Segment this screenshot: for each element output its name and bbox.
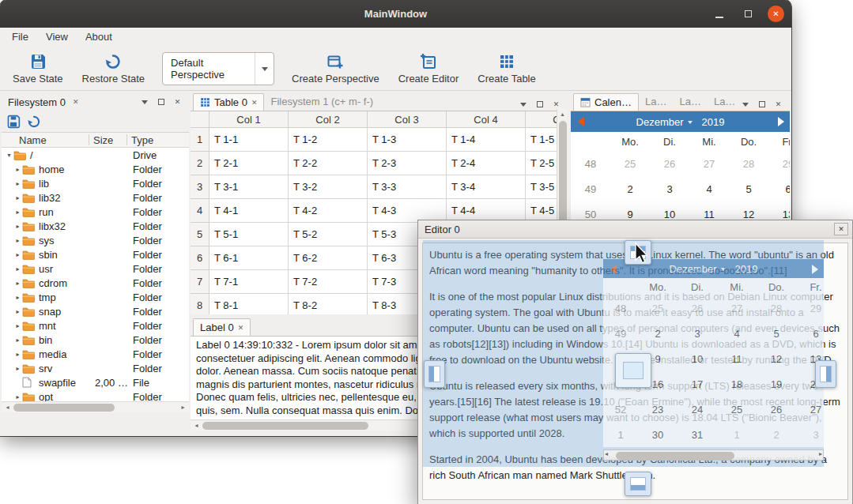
tree-row[interactable]: ▸cdromFolder — [2, 276, 189, 290]
scrollbar-thumb[interactable] — [13, 404, 115, 412]
window-close-button[interactable]: ✕ — [768, 6, 784, 22]
tree-row[interactable]: ▸mntFolder — [2, 318, 189, 333]
expander-icon[interactable]: ▸ — [13, 166, 22, 173]
menu-about[interactable]: About — [77, 28, 121, 47]
calendar-day[interactable]: 11 — [717, 346, 757, 371]
calendar-day[interactable]: 2 — [638, 321, 677, 346]
tree-row[interactable]: ▸homeFolder — [2, 162, 189, 176]
dock-close-button[interactable]: ✕ — [772, 97, 785, 111]
scrollbar-thumb[interactable] — [202, 422, 368, 430]
calendar-day[interactable]: 28 — [729, 151, 768, 176]
close-icon[interactable]: ✕ — [238, 324, 244, 332]
column-header[interactable]: Col 3 — [368, 111, 447, 128]
table-cell[interactable]: T 1-1 — [209, 128, 289, 152]
row-header[interactable]: 5 — [191, 223, 209, 246]
calendar-day[interactable]: 24 — [677, 397, 717, 422]
expander-icon[interactable]: ▸ — [13, 265, 22, 273]
table-cell[interactable]: T 8-1 — [209, 294, 289, 314]
row-header[interactable]: 3 — [191, 175, 209, 199]
calendar-day[interactable]: 3 — [650, 176, 689, 201]
calendar-day[interactable]: 27 — [689, 151, 729, 176]
calendar-day[interactable]: 5 — [757, 321, 796, 346]
calendar-day[interactable]: 29 — [796, 295, 824, 321]
calendar-day[interactable]: 10 — [677, 346, 717, 371]
calendar-year[interactable]: 2019 — [702, 116, 725, 128]
dock-indicator-left[interactable] — [424, 360, 445, 388]
column-header[interactable]: Col 1 — [209, 111, 289, 128]
column-header-type[interactable]: Type — [131, 134, 153, 146]
tree-row[interactable]: ▸mediaFolder — [2, 347, 189, 361]
tree-row[interactable]: swapfile2,00 …File — [2, 375, 189, 389]
expander-icon[interactable]: ▸ — [13, 337, 22, 344]
expander-icon[interactable]: ▸ — [13, 237, 22, 244]
table-cell[interactable]: T 2-2 — [289, 152, 368, 175]
scrollbar-thumb[interactable] — [559, 121, 567, 224]
calendar-day[interactable]: 27 — [796, 397, 824, 422]
calendar-month[interactable]: Dezember — [636, 116, 684, 128]
calendar-day[interactable]: 2 — [757, 422, 796, 447]
table-cell[interactable]: T 4-2 — [289, 199, 368, 223]
calendar-day[interactable]: 3 — [677, 321, 717, 346]
calendar-day[interactable]: 3 — [796, 422, 824, 447]
tree-header[interactable]: Name Size Type — [2, 132, 189, 148]
filesystem-tree[interactable]: ▾/Drive▸homeFolder▸libFolder▸lib32Folder… — [2, 148, 189, 401]
save-state-button[interactable]: Save State — [3, 48, 73, 89]
dock-indicator-center[interactable] — [615, 353, 651, 388]
calendar-day[interactable]: 18 — [717, 371, 757, 397]
tab-label-dock[interactable]: La… — [673, 92, 707, 111]
table-cell[interactable]: T 4-1 — [209, 199, 289, 223]
create-editor-button[interactable]: Create Editor — [389, 48, 469, 89]
table-cell[interactable]: T 2-3 — [368, 152, 447, 175]
column-header-size[interactable]: Size — [93, 134, 113, 146]
calendar-day[interactable]: 2 — [610, 176, 650, 201]
scroll-left-icon[interactable]: ◂ — [2, 402, 13, 412]
calendar-day[interactable]: 26 — [650, 151, 689, 176]
dock-float-button[interactable] — [154, 96, 168, 109]
menu-view[interactable]: View — [37, 28, 77, 47]
window-titlebar[interactable]: MainWindow ✕ — [0, 0, 791, 28]
scroll-left-icon[interactable]: ◂ — [191, 420, 202, 431]
tree-row[interactable]: ▸snapFolder — [2, 304, 189, 318]
calendar-day[interactable]: 29 — [768, 151, 790, 176]
calendar-day[interactable]: 4 — [717, 321, 757, 346]
table-cell[interactable]: T 1-3 — [368, 128, 447, 152]
close-icon[interactable]: ✕ — [73, 98, 79, 106]
calendar-day[interactable]: 23 — [638, 397, 677, 422]
create-perspective-button[interactable]: Create Perspective — [282, 48, 389, 89]
tree-row[interactable]: ▸lib32Folder — [2, 190, 189, 205]
restore-icon[interactable] — [27, 115, 41, 129]
scroll-up-icon[interactable]: ▴ — [557, 110, 568, 119]
row-header[interactable]: 8 — [191, 294, 209, 314]
menu-file[interactable]: File — [3, 28, 37, 47]
table-cell[interactable]: T 8-2 — [289, 294, 368, 314]
column-header-name[interactable]: Name — [19, 134, 47, 146]
tab-table-0[interactable]: Table 0✕ — [193, 93, 264, 111]
row-header[interactable]: 6 — [191, 246, 209, 270]
calendar-day[interactable]: 1 — [717, 422, 757, 447]
expander-icon[interactable]: ▾ — [5, 152, 13, 159]
table-cell[interactable]: T 3-1 — [209, 175, 289, 199]
expander-icon[interactable]: ▸ — [13, 209, 22, 216]
calendar-day[interactable]: 26 — [757, 397, 796, 422]
row-header[interactable]: 1 — [191, 128, 209, 152]
row-header[interactable]: 2 — [191, 152, 209, 175]
dock-indicator-right[interactable] — [815, 360, 836, 388]
expander-icon[interactable]: ▸ — [13, 393, 22, 401]
dock-menu-button[interactable] — [738, 97, 752, 111]
tree-row[interactable]: ▸libx32Folder — [2, 219, 189, 233]
calendar-day[interactable]: 6 — [768, 176, 790, 201]
tree-row[interactable]: ▸sbinFolder — [2, 247, 189, 261]
table-cell[interactable]: T 1-4 — [447, 128, 526, 152]
editor-close-button[interactable]: ✕ — [834, 223, 848, 235]
calendar-day[interactable]: 28 — [757, 295, 796, 321]
table-cell[interactable]: T 1-2 — [289, 128, 368, 152]
tree-row[interactable]: ▸runFolder — [2, 205, 189, 219]
table-cell[interactable]: T 7-1 — [209, 270, 289, 294]
calendar-day[interactable]: 19 — [757, 371, 796, 397]
prev-month-icon[interactable] — [578, 117, 584, 126]
calendar-day[interactable]: 12 — [757, 346, 796, 371]
table-cell[interactable]: T 2-1 — [209, 152, 289, 175]
calendar-day[interactable]: 25 — [638, 295, 677, 321]
table-cell[interactable]: T 6-1 — [209, 246, 289, 270]
row-header[interactable]: 4 — [191, 199, 209, 223]
